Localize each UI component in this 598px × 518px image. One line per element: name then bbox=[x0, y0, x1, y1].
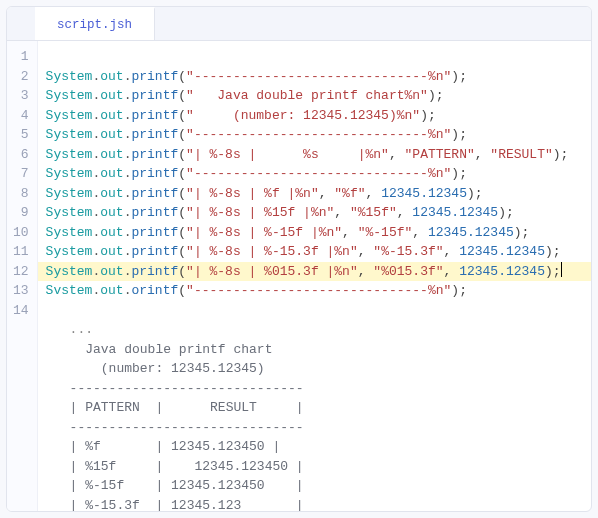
string-literal: "PATTERN" bbox=[405, 147, 475, 162]
string-literal: "------------------------------%n" bbox=[186, 127, 451, 142]
method-call: orintf bbox=[131, 283, 178, 298]
method-call: printf bbox=[131, 147, 178, 162]
method-call: printf bbox=[131, 108, 178, 123]
identifier: System bbox=[46, 264, 93, 279]
identifier: out bbox=[100, 166, 123, 181]
output-text: Java double printf chart bbox=[46, 342, 273, 357]
identifier: System bbox=[46, 186, 93, 201]
code-line: System.out.printf(" (number: 12345.12345… bbox=[38, 106, 591, 126]
string-literal: "------------------------------%n" bbox=[186, 283, 451, 298]
output-line: | PATTERN | RESULT | bbox=[38, 398, 591, 418]
identifier: out bbox=[100, 205, 123, 220]
number-literal: 12345.12345 bbox=[381, 186, 467, 201]
line-number-gutter: 1234567891011121314 bbox=[7, 41, 38, 511]
output-text: ------------------------------ bbox=[46, 381, 304, 396]
string-literal: "%15f" bbox=[350, 205, 397, 220]
string-literal: " Java double printf chart%n" bbox=[186, 88, 428, 103]
method-call: printf bbox=[131, 69, 178, 84]
identifier: System bbox=[46, 127, 93, 142]
number-literal: 12345.12345 bbox=[428, 225, 514, 240]
code-line bbox=[38, 47, 591, 67]
code-line: System.out.printf("| %-8s | %015.3f |%n"… bbox=[38, 262, 591, 282]
code-line: System.out.printf("| %-8s | %-15.3f |%n"… bbox=[38, 242, 591, 262]
string-literal: "%f" bbox=[334, 186, 365, 201]
line-number: 4 bbox=[13, 106, 29, 126]
line-number: 13 bbox=[13, 281, 29, 301]
string-literal: "RESULT" bbox=[490, 147, 552, 162]
line-number: 10 bbox=[13, 223, 29, 243]
identifier: System bbox=[46, 69, 93, 84]
tab-script[interactable]: script.jsh bbox=[35, 7, 155, 40]
line-number: 12 bbox=[13, 262, 29, 282]
line-number: 1 bbox=[13, 47, 29, 67]
code-line: System.out.printf("---------------------… bbox=[38, 125, 591, 145]
text-caret bbox=[561, 262, 562, 277]
output-text: | %f | 12345.123450 | bbox=[46, 439, 281, 454]
string-literal: "| %-8s | %15f |%n" bbox=[186, 205, 334, 220]
line-number: 7 bbox=[13, 164, 29, 184]
code-area[interactable]: 1234567891011121314 System.out.printf("-… bbox=[7, 41, 591, 511]
identifier: out bbox=[100, 69, 123, 84]
string-literal: "%-15.3f" bbox=[373, 244, 443, 259]
identifier: out bbox=[100, 88, 123, 103]
string-literal: "------------------------------%n" bbox=[186, 166, 451, 181]
code-line: Svstem.out.orintf("---------------------… bbox=[38, 281, 591, 301]
line-number: 14 bbox=[13, 301, 29, 321]
method-call: printf bbox=[131, 88, 178, 103]
output-line: (number: 12345.12345) bbox=[38, 359, 591, 379]
line-number: 5 bbox=[13, 125, 29, 145]
number-literal: 12345.12345 bbox=[459, 244, 545, 259]
method-call: printf bbox=[131, 205, 178, 220]
string-literal: "| %-8s | %-15f |%n" bbox=[186, 225, 342, 240]
output-line: ------------------------------ bbox=[38, 418, 591, 438]
line-number: 6 bbox=[13, 145, 29, 165]
code-line: System.out.printf("| %-8s | %15f |%n", "… bbox=[38, 203, 591, 223]
identifier: out bbox=[100, 225, 123, 240]
identifier: out bbox=[100, 186, 123, 201]
output-text: ------------------------------ bbox=[46, 420, 304, 435]
output-text: (number: 12345.12345) bbox=[46, 361, 265, 376]
line-number: 8 bbox=[13, 184, 29, 204]
string-literal: "%-15f" bbox=[358, 225, 413, 240]
string-literal: "%015.3f" bbox=[373, 264, 443, 279]
identifier: out bbox=[100, 283, 123, 298]
line-number: 11 bbox=[13, 242, 29, 262]
string-literal: "| %-8s | %-15.3f |%n" bbox=[186, 244, 358, 259]
identifier: System bbox=[46, 147, 93, 162]
code-line: System.out.printf("| %-8s | %s |%n", "PA… bbox=[38, 145, 591, 165]
line-number: 2 bbox=[13, 67, 29, 87]
identifier: System bbox=[46, 88, 93, 103]
number-literal: 12345.12345 bbox=[459, 264, 545, 279]
identifier: out bbox=[100, 244, 123, 259]
code-line: System.out.printf(" Java double printf c… bbox=[38, 86, 591, 106]
method-call: printf bbox=[131, 186, 178, 201]
output-line: | %15f | 12345.123450 | bbox=[38, 457, 591, 477]
output-line: ------------------------------ bbox=[38, 379, 591, 399]
code-line: System.out.printf("| %-8s | %-15f |%n", … bbox=[38, 223, 591, 243]
code-line: System.out.printf("---------------------… bbox=[38, 67, 591, 87]
output-line: Java double printf chart bbox=[38, 340, 591, 360]
method-call: printf bbox=[131, 166, 178, 181]
output-text: | %-15f | 12345.123450 | bbox=[46, 478, 304, 493]
output-line: | %f | 12345.123450 | bbox=[38, 437, 591, 457]
method-call: printf bbox=[131, 244, 178, 259]
tab-label: script.jsh bbox=[57, 18, 132, 32]
identifier: Svstem bbox=[46, 283, 93, 298]
identifier: System bbox=[46, 108, 93, 123]
output-text: | PATTERN | RESULT | bbox=[46, 400, 304, 415]
code-lines: System.out.printf("---------------------… bbox=[38, 41, 591, 511]
code-line: System.out.printf("---------------------… bbox=[38, 164, 591, 184]
tab-bar: script.jsh bbox=[7, 7, 591, 41]
string-literal: "| %-8s | %015.3f |%n" bbox=[186, 264, 358, 279]
identifier: System bbox=[46, 244, 93, 259]
output-text: | %15f | 12345.123450 | bbox=[46, 459, 304, 474]
identifier: out bbox=[100, 147, 123, 162]
code-line: System.out.printf("| %-8s | %f |%n", "%f… bbox=[38, 184, 591, 204]
ellipsis: ... bbox=[46, 322, 93, 337]
string-literal: "| %-8s | %s |%n" bbox=[186, 147, 389, 162]
output-text: | %-15.3f | 12345.123 | bbox=[46, 498, 304, 512]
code-editor: script.jsh 1234567891011121314 System.ou… bbox=[6, 6, 592, 512]
output-line: | %-15.3f | 12345.123 | bbox=[38, 496, 591, 512]
string-literal: "| %-8s | %f |%n" bbox=[186, 186, 319, 201]
number-literal: 12345.12345 bbox=[412, 205, 498, 220]
